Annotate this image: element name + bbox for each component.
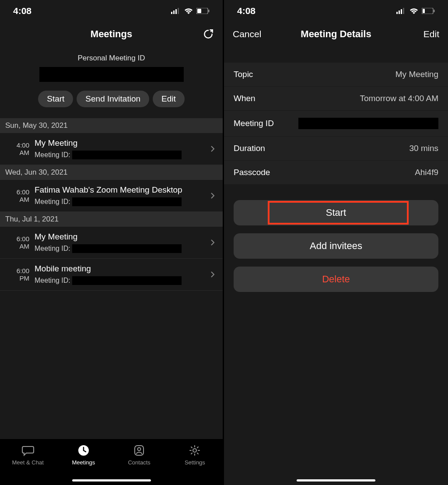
status-time: 4:08 <box>13 6 32 16</box>
wifi-icon <box>410 8 418 14</box>
date-section-header: Wed, Jun 30, 2021 <box>0 165 223 180</box>
contacts-icon <box>133 444 145 457</box>
meeting-title: My Meeting <box>35 232 208 242</box>
home-indicator[interactable] <box>297 479 375 481</box>
svg-rect-6 <box>208 10 210 12</box>
meeting-row[interactable]: 6:00 PM Mobile meeting Meeting ID: <box>0 259 223 291</box>
svg-rect-14 <box>403 8 404 14</box>
detail-list: Topic My Meeting When Tomorrow at 4:00 A… <box>224 63 448 185</box>
start-button[interactable]: Start <box>38 91 73 107</box>
tab-settings[interactable]: Settings <box>171 444 219 466</box>
send-invitation-button[interactable]: Send Invitation <box>77 91 149 107</box>
detail-passcode: Passcode Ahi4f9 <box>224 161 448 185</box>
clock-icon <box>78 444 89 457</box>
meeting-row[interactable]: 4:00 AM My Meeting Meeting ID: <box>0 133 223 165</box>
meeting-id: Meeting ID: <box>35 244 208 253</box>
svg-rect-0 <box>171 12 172 14</box>
add-invitees-button[interactable]: Add invitees <box>234 233 438 259</box>
meeting-time: 4:00 AM <box>5 141 29 157</box>
edit-pmi-button[interactable]: Edit <box>153 91 185 107</box>
start-button-highlight: Start <box>234 200 438 225</box>
home-indicator[interactable] <box>72 479 151 481</box>
svg-rect-12 <box>399 11 400 14</box>
detail-topic: Topic My Meeting <box>224 63 448 87</box>
nav-header-left: Meetings <box>0 22 223 46</box>
delete-meeting-button[interactable]: Delete <box>234 267 438 292</box>
cellular-icon <box>171 8 181 14</box>
chevron-right-icon <box>208 239 217 246</box>
svg-point-10 <box>193 449 196 452</box>
meetings-list-screen: 4:08 Meetings Personal Meeting ID Start … <box>0 0 224 485</box>
cellular-icon <box>396 8 406 14</box>
meeting-id-redacted <box>298 118 438 129</box>
tab-meetings[interactable]: Meetings <box>60 444 108 466</box>
svg-rect-2 <box>175 9 177 14</box>
svg-rect-3 <box>178 8 179 14</box>
pmi-value-redacted <box>39 67 184 82</box>
gear-icon <box>189 444 200 457</box>
tab-contacts[interactable]: Contacts <box>115 444 163 466</box>
wifi-icon <box>184 8 193 14</box>
detail-meeting-id: Meeting ID <box>224 111 448 137</box>
status-indicators <box>171 8 210 14</box>
personal-meeting-section: Personal Meeting ID Start Send Invitatio… <box>0 46 223 118</box>
meeting-id: Meeting ID: <box>35 276 208 285</box>
start-meeting-button[interactable]: Start <box>234 200 438 225</box>
svg-rect-5 <box>197 9 201 13</box>
detail-when: When Tomorrow at 4:00 AM <box>224 87 448 111</box>
meeting-id: Meeting ID: <box>35 197 208 206</box>
chevron-right-icon <box>208 271 217 278</box>
svg-rect-13 <box>401 9 402 14</box>
battery-icon <box>422 8 435 14</box>
tab-bar: Meet & Chat Meetings Contacts Settings <box>0 439 223 485</box>
tab-meet-chat[interactable]: Meet & Chat <box>4 444 52 466</box>
meeting-row[interactable]: 6:00 AM Fatima Wahab's Zoom Meeting Desk… <box>0 180 223 212</box>
cancel-button[interactable]: Cancel <box>233 29 261 39</box>
chevron-right-icon <box>208 192 217 199</box>
meeting-id: Meeting ID: <box>35 151 208 159</box>
meeting-row[interactable]: 6:00 AM My Meeting Meeting ID: <box>0 227 223 259</box>
svg-rect-1 <box>173 11 175 14</box>
meeting-title: My Meeting <box>35 138 208 148</box>
meeting-time: 6:00 AM <box>5 235 29 250</box>
svg-rect-16 <box>423 9 425 13</box>
battery-icon <box>196 8 210 14</box>
status-bar: 4:08 <box>224 0 448 22</box>
detail-duration: Duration 30 mins <box>224 137 448 161</box>
status-indicators <box>396 8 435 14</box>
svg-rect-11 <box>396 12 398 14</box>
chevron-right-icon <box>208 145 217 152</box>
meeting-title: Fatima Wahab's Zoom Meeting Desktop <box>35 185 208 195</box>
meeting-time: 6:00 PM <box>5 267 29 282</box>
nav-header-right: Cancel Meeting Details Edit <box>224 22 448 46</box>
meeting-title: Mobile meeting <box>35 264 208 274</box>
edit-button[interactable]: Edit <box>424 29 439 39</box>
meeting-details-screen: 4:08 Cancel Meeting Details Edit Topic M… <box>224 0 448 485</box>
date-section-header: Sun, May 30, 2021 <box>0 118 223 133</box>
date-section-header: Thu, Jul 1, 2021 <box>0 212 223 227</box>
pmi-label: Personal Meeting ID <box>0 54 223 63</box>
meeting-time: 6:00 AM <box>5 188 29 204</box>
svg-point-9 <box>138 448 141 451</box>
refresh-icon[interactable] <box>203 28 214 40</box>
action-buttons: Start Add invitees Delete <box>224 185 448 292</box>
status-time: 4:08 <box>237 6 256 16</box>
page-title: Meetings <box>0 28 223 40</box>
status-bar: 4:08 <box>0 0 223 22</box>
chat-icon <box>22 444 34 457</box>
svg-rect-17 <box>434 10 435 12</box>
